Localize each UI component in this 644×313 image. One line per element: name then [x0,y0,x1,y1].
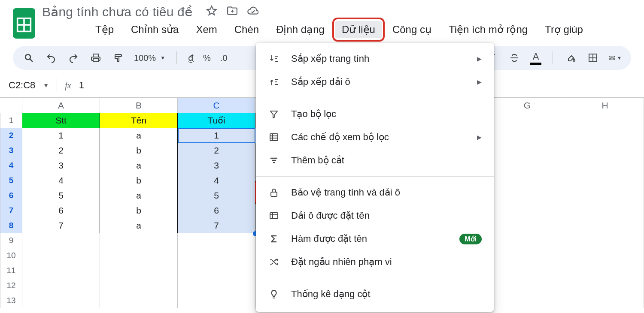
cell[interactable] [100,293,178,308]
cell[interactable]: 2 [178,143,255,158]
menu-item-sort-range[interactable]: Sắp xếp dải ô▶ [256,70,494,93]
cell[interactable]: Stt [22,113,100,128]
fill-color-button[interactable] [564,51,577,64]
search-icon[interactable] [22,51,35,64]
menu-trợ-giúp[interactable]: Trợ giúp [538,21,590,38]
cell[interactable] [178,233,255,248]
cell[interactable] [100,248,178,263]
move-icon[interactable] [227,5,238,18]
menu-item-sort-sheet[interactable]: Sắp xếp trang tính▶ [256,47,494,70]
menu-item-sigma[interactable]: Hàm được đặt tênMới [256,227,494,250]
row-header[interactable]: 10 [0,248,22,263]
menu-xem[interactable]: Xem [189,21,224,38]
cell[interactable] [566,218,644,233]
strikethrough-button[interactable] [508,51,521,64]
text-color-button[interactable]: A [530,51,541,65]
cell[interactable] [489,113,566,128]
cell[interactable]: 2 [22,143,100,158]
row-header[interactable]: 4 [0,158,22,173]
cell[interactable] [489,203,566,218]
menu-item-named-range[interactable]: Dải ô được đặt tên [256,204,494,227]
menu-công-cụ[interactable]: Công cụ [386,21,438,38]
cell[interactable]: 4 [178,173,255,188]
cell[interactable]: a [100,158,178,173]
sheets-logo[interactable] [13,9,35,38]
cell[interactable] [566,233,644,248]
cell[interactable] [100,233,178,248]
menu-item-filter[interactable]: Tạo bộ lọc [256,102,494,126]
cell[interactable] [489,188,566,203]
cell[interactable]: b [100,143,178,158]
borders-button[interactable] [586,51,599,64]
menu-tệp[interactable]: Tệp [88,21,121,38]
cell[interactable]: 5 [22,188,100,203]
row-header[interactable]: 1 [0,113,22,128]
cell[interactable]: 7 [22,218,100,233]
cell[interactable] [566,173,644,188]
cell[interactable] [22,278,100,293]
row-header[interactable]: 9 [0,233,22,248]
redo-icon[interactable] [67,51,80,64]
cell[interactable] [489,143,566,158]
menu-item-shuffle[interactable]: Đặt ngẫu nhiên phạm vi [256,250,494,274]
cell[interactable] [489,128,566,143]
row-header[interactable]: 12 [0,278,22,293]
row-header[interactable]: 11 [0,263,22,278]
cell[interactable] [566,188,644,203]
zoom-select[interactable]: 100%▼ [134,53,165,63]
formula-bar[interactable]: 1 [79,80,84,91]
row-header[interactable]: 8 [0,218,22,233]
menu-item-filter-views[interactable]: Các chế độ xem bộ lọc▶ [256,126,494,149]
menu-item-slicer[interactable]: Thêm bộ cắt [256,149,494,172]
cell[interactable] [566,143,644,158]
cell[interactable]: a [100,218,178,233]
cell[interactable]: Tên [100,113,178,128]
cell[interactable] [489,173,566,188]
cell[interactable]: 1 [178,128,255,143]
currency-format-button[interactable]: ₫ [188,53,194,63]
cell[interactable]: Tuổi [178,113,255,128]
menu-item-bulb[interactable]: Thống kê dạng cột [256,283,494,306]
cell[interactable]: b [100,173,178,188]
cell[interactable] [566,113,644,128]
cell[interactable] [100,278,178,293]
row-header[interactable]: 3 [0,143,22,158]
cell[interactable] [489,278,566,293]
cell[interactable] [566,158,644,173]
cell[interactable]: a [100,128,178,143]
cell[interactable] [489,248,566,263]
menu-tiện-ích-mở-rộng[interactable]: Tiện ích mở rộng [442,21,535,38]
row-header[interactable]: 2 [0,128,22,143]
cell[interactable] [22,233,100,248]
paint-format-icon[interactable] [112,51,125,64]
cell[interactable]: a [100,188,178,203]
cell[interactable] [489,218,566,233]
cell[interactable]: 7 [178,218,255,233]
cell[interactable] [566,248,644,263]
cell[interactable]: b [100,203,178,218]
cell[interactable] [566,128,644,143]
cell[interactable] [178,293,255,308]
cell[interactable] [566,203,644,218]
row-header[interactable]: 7 [0,203,22,218]
cell[interactable] [489,233,566,248]
column-header[interactable]: G [489,98,566,113]
cell[interactable]: 1 [22,128,100,143]
cell[interactable] [22,263,100,278]
cell[interactable]: 4 [22,173,100,188]
menu-item-lock[interactable]: Bảo vệ trang tính và dải ô [256,181,494,204]
cell[interactable]: 6 [178,203,255,218]
cell[interactable] [22,293,100,308]
undo-icon[interactable] [45,51,58,64]
cell[interactable] [489,293,566,308]
menu-định-dạng[interactable]: Định dạng [269,21,331,38]
print-icon[interactable] [89,51,102,64]
cell[interactable]: 3 [178,158,255,173]
menu-dữ-liệu[interactable]: Dữ liệu [335,21,382,38]
row-header[interactable]: 5 [0,173,22,188]
cell[interactable] [22,248,100,263]
column-header[interactable]: H [566,98,644,113]
star-icon[interactable] [206,5,217,18]
row-header[interactable]: 13 [0,293,22,308]
percent-format-button[interactable]: % [203,53,211,63]
